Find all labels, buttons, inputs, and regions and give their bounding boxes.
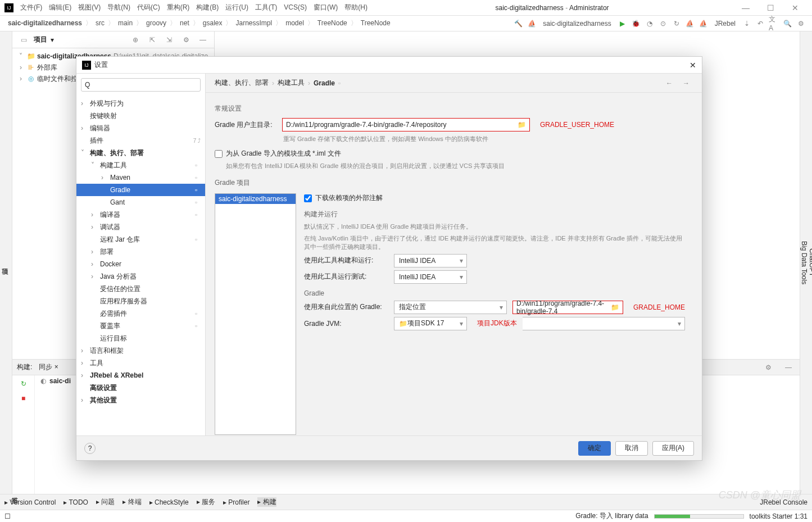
ok-button[interactable]: 确定: [578, 441, 611, 456]
breadcrumb-9[interactable]: TreeNode: [357, 19, 394, 27]
run-config-name[interactable]: saic-digitalizedharness: [543, 20, 611, 28]
translate-icon[interactable]: 文A: [769, 19, 779, 29]
nav-JRebel & XRebel[interactable]: ›JRebel & XRebel: [76, 369, 205, 382]
hide-icon[interactable]: —: [198, 35, 208, 45]
gradle-from-dropdown[interactable]: 指定位置: [394, 301, 507, 314]
nav-构建、执行、部署[interactable]: ˅构建、执行、部署: [76, 147, 205, 159]
bottom-构建[interactable]: ▸ 构建: [257, 497, 276, 507]
nav-Maven[interactable]: ›Maven▫: [76, 171, 205, 184]
nav-覆盖率[interactable]: 覆盖率▫: [76, 320, 205, 332]
nav-Java 分析器[interactable]: ›Java 分析器: [76, 270, 205, 283]
debug-icon[interactable]: 🐞: [631, 19, 641, 29]
nav-部署[interactable]: ›部署: [76, 246, 205, 258]
expand-icon[interactable]: ⇱: [147, 35, 157, 45]
build-with-dropdown[interactable]: IntelliJ IDEA: [394, 254, 467, 267]
nav-按键映射[interactable]: 按键映射: [76, 110, 205, 122]
build-stop-icon[interactable]: ■: [19, 393, 29, 403]
bottom-Version Control[interactable]: ▸ Version Control: [4, 498, 56, 506]
profile-icon[interactable]: ⊙: [658, 19, 668, 29]
status-icon[interactable]: ☐: [4, 512, 15, 520]
gradle-home-input[interactable]: D:/win11/program/gradle-7.4-bin/gradle-7…: [512, 301, 623, 314]
gear-icon[interactable]: ⚙: [181, 35, 191, 45]
apply-button[interactable]: 应用(A): [652, 441, 694, 456]
tool-ChatGPT[interactable]: ChatGPT: [808, 248, 812, 276]
nav-Gant[interactable]: Gant▫: [76, 196, 205, 208]
collapse-icon[interactable]: ⇲: [164, 35, 174, 45]
breadcrumb-5[interactable]: gsalex: [199, 19, 226, 27]
nav-应用程序服务器[interactable]: 应用程序服务器: [76, 295, 205, 307]
hammer-icon[interactable]: 🔨: [513, 19, 523, 29]
nav-调试器[interactable]: ›调试器: [76, 221, 205, 233]
coverage-icon[interactable]: ◔: [645, 19, 655, 29]
bottom-问题[interactable]: ▸ 问题: [96, 497, 115, 507]
sync-tab[interactable]: 同步 ×: [39, 362, 58, 372]
back-icon[interactable]: ←: [664, 78, 674, 88]
settings-search[interactable]: Q: [81, 78, 201, 92]
nav-插件[interactable]: 插件7 ⤴: [76, 134, 205, 147]
menu-重构(R)[interactable]: 重构(R): [164, 3, 193, 11]
nav-编译器[interactable]: ›编译器▫: [76, 208, 205, 221]
menu-运行(U)[interactable]: 运行(U): [222, 3, 252, 11]
settings-icon[interactable]: ⚙: [796, 19, 806, 29]
dialog-close-icon[interactable]: ✕: [689, 61, 696, 70]
breadcrumb-8[interactable]: TreeNode: [314, 19, 351, 27]
nav-外观与行为[interactable]: ›外观与行为: [76, 97, 205, 110]
build-rerun-icon[interactable]: ↻: [19, 379, 29, 389]
crumb-1[interactable]: 构建工具: [278, 78, 305, 88]
menu-代码(C)[interactable]: 代码(C): [134, 3, 164, 11]
cancel-button[interactable]: 取消: [615, 441, 648, 456]
gradle-project-list[interactable]: saic-digitalizedharness: [215, 193, 296, 435]
project-tab-label[interactable]: 项目: [34, 35, 47, 44]
nav-语言和框架[interactable]: ›语言和框架: [76, 344, 205, 357]
gradle-project-selected[interactable]: saic-digitalizedharness: [215, 194, 296, 204]
breadcrumb-1[interactable]: src: [92, 19, 108, 27]
minimize-button[interactable]: —: [733, 3, 758, 12]
run-icon[interactable]: ▶: [618, 19, 628, 29]
breadcrumb-4[interactable]: net: [176, 19, 193, 27]
crumb-0[interactable]: 构建、执行、部署: [215, 78, 269, 88]
bottom-Profiler[interactable]: ▸ Profiler: [223, 498, 250, 506]
menu-导航(N)[interactable]: 导航(N): [104, 3, 134, 11]
menu-构建(B)[interactable]: 构建(B): [193, 3, 222, 11]
help-button[interactable]: ?: [84, 443, 96, 454]
gradle-jvm-extra[interactable]: [523, 317, 685, 330]
nav-远程 Jar 仓库[interactable]: 远程 Jar 仓库▫: [76, 233, 205, 246]
menu-编辑(E)[interactable]: 编辑(E): [46, 3, 75, 11]
build-hide-icon[interactable]: —: [783, 362, 793, 373]
debug-jr-icon[interactable]: ⛵: [698, 19, 709, 29]
menu-窗口(W)[interactable]: 窗口(W): [310, 3, 341, 11]
build-task-row[interactable]: ◐saic-di: [35, 375, 75, 387]
nav-受信任的位置[interactable]: 受信任的位置: [76, 283, 205, 295]
menu-工具(T)[interactable]: 工具(T): [252, 3, 280, 11]
breadcrumb-6[interactable]: JarnessImpl: [232, 19, 275, 27]
bottom-CheckStyle[interactable]: ▸ CheckStyle: [149, 498, 189, 506]
revert-icon[interactable]: ↶: [755, 19, 765, 29]
test-with-dropdown[interactable]: IntelliJ IDEA: [394, 270, 467, 284]
tool-Big Data Tools[interactable]: Big Data Tools: [800, 241, 808, 284]
fwd-icon[interactable]: →: [681, 78, 691, 88]
breadcrumb-0[interactable]: saic-digitalizedharness: [4, 19, 85, 27]
breadcrumb-7[interactable]: model: [282, 19, 307, 27]
run-config-icon[interactable]: ⛵: [527, 19, 537, 29]
gradle-jvm-dropdown[interactable]: 📁 项目SDK 17: [394, 317, 467, 330]
menu-VCS(S)[interactable]: VCS(S): [280, 3, 310, 11]
breadcrumb-2[interactable]: main: [115, 19, 136, 27]
user-home-input[interactable]: D:/win11/program/gradle-7.4-bin/gradle-7…: [282, 118, 530, 131]
menu-视图(V)[interactable]: 视图(V): [75, 3, 104, 11]
iml-checkbox[interactable]: 为从 Gradle 导入的模块生成 *.iml 文件: [215, 149, 341, 158]
bottom-TODO[interactable]: ▸ TODO: [63, 498, 88, 506]
nav-编辑器[interactable]: ›编辑器: [76, 122, 205, 134]
search-icon[interactable]: 🔍: [782, 19, 792, 29]
nav-高级设置[interactable]: 高级设置: [76, 382, 205, 394]
menu-帮助(H)[interactable]: 帮助(H): [341, 3, 371, 11]
nav-运行目标[interactable]: 运行目标: [76, 332, 205, 344]
menu-文件(F)[interactable]: 文件(F): [17, 3, 46, 11]
bottom-服务[interactable]: ▸ 服务: [197, 497, 215, 507]
build-gear-icon[interactable]: ⚙: [763, 362, 773, 373]
nav-必需插件[interactable]: 必需插件▫: [76, 307, 205, 320]
download-annot-checkbox[interactable]: 下载依赖项的外部注解: [304, 193, 383, 203]
nav-其他设置[interactable]: ›其他设置: [76, 394, 205, 406]
close-button[interactable]: ✕: [783, 3, 808, 12]
nav-Gradle[interactable]: Gradle▫: [76, 184, 205, 196]
nav-工具[interactable]: ›工具: [76, 357, 205, 369]
